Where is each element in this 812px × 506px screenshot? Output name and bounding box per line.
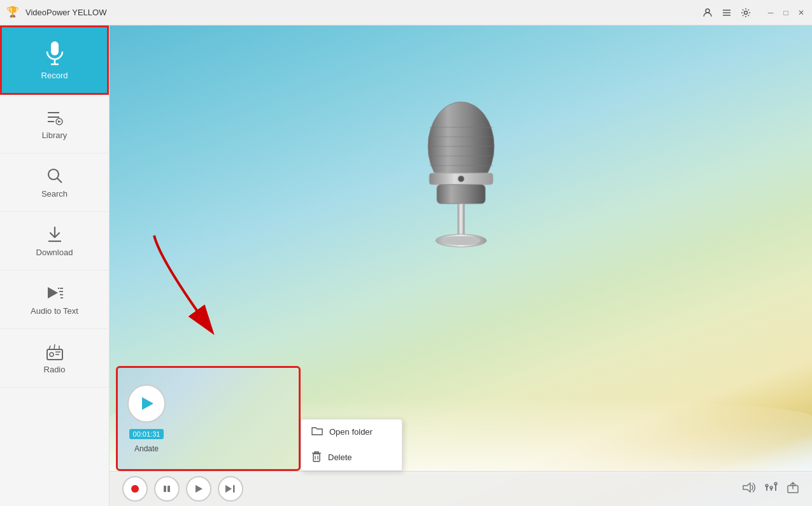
svg-point-32 bbox=[458, 176, 464, 182]
svg-point-36 bbox=[442, 236, 480, 245]
sidebar-item-download[interactable]: Download bbox=[0, 212, 109, 271]
svg-marker-45 bbox=[196, 485, 203, 493]
close-button[interactable]: ✕ bbox=[797, 8, 806, 17]
delete-label: Delete bbox=[328, 453, 352, 462]
sidebar-item-search[interactable]: Search bbox=[0, 153, 109, 212]
sidebar-download-label: Download bbox=[36, 248, 73, 257]
play-triangle-icon bbox=[142, 397, 153, 410]
bottom-controls bbox=[110, 471, 812, 506]
sidebar-item-record[interactable]: Record bbox=[0, 25, 109, 95]
titlebar-left: 🏆 VideoPower YELLOW bbox=[6, 6, 106, 20]
sidebar: Record Library Search Down bbox=[0, 25, 110, 506]
export-icon[interactable] bbox=[787, 482, 799, 496]
minimize-button[interactable]: ─ bbox=[766, 8, 775, 17]
svg-point-4 bbox=[744, 11, 748, 14]
record-button[interactable] bbox=[122, 476, 148, 502]
download-icon bbox=[45, 225, 64, 244]
microphone-illustration bbox=[397, 76, 525, 267]
titlebar: 🏆 VideoPower YELLOW ─ □ ✕ bbox=[0, 0, 812, 25]
sidebar-library-label: Library bbox=[42, 130, 68, 140]
radio-icon bbox=[45, 342, 64, 361]
sidebar-item-library[interactable]: Library bbox=[0, 95, 109, 153]
track-name: Andate bbox=[134, 444, 159, 453]
open-folder-menu-item[interactable]: Open folder bbox=[301, 419, 402, 444]
mic-svg bbox=[397, 76, 525, 267]
svg-rect-39 bbox=[313, 454, 320, 461]
svg-point-22 bbox=[50, 353, 53, 356]
microphone-icon bbox=[45, 40, 65, 67]
svg-marker-16 bbox=[48, 287, 58, 299]
app-body: Record Library Search Down bbox=[0, 25, 812, 506]
app-icon: 🏆 bbox=[6, 6, 20, 20]
sidebar-item-audio-to-text[interactable]: Audio to Text bbox=[0, 271, 109, 329]
play-button[interactable] bbox=[127, 384, 166, 423]
main-content: 00:01:31 Andate Open folder bbox=[110, 25, 812, 506]
open-folder-label: Open folder bbox=[329, 427, 373, 437]
sidebar-radio-label: Radio bbox=[44, 365, 66, 374]
right-controls bbox=[742, 482, 799, 496]
trash-icon bbox=[311, 451, 322, 464]
maximize-button[interactable]: □ bbox=[781, 8, 790, 17]
arrow-annotation bbox=[135, 223, 275, 350]
volume-icon[interactable] bbox=[742, 482, 756, 496]
search-icon bbox=[45, 166, 64, 185]
audio-to-text-icon bbox=[45, 283, 64, 302]
titlebar-right: ─ □ ✕ bbox=[702, 8, 806, 18]
svg-rect-47 bbox=[233, 485, 235, 493]
svg-rect-44 bbox=[167, 486, 170, 492]
skip-button[interactable] bbox=[218, 476, 243, 502]
delete-menu-item[interactable]: Delete bbox=[301, 444, 402, 470]
svg-rect-34 bbox=[458, 204, 464, 239]
svg-marker-46 bbox=[225, 485, 232, 493]
svg-marker-48 bbox=[743, 483, 750, 492]
svg-point-42 bbox=[131, 485, 139, 493]
sidebar-audio-to-text-label: Audio to Text bbox=[31, 306, 78, 316]
library-icon bbox=[45, 108, 64, 127]
svg-rect-43 bbox=[164, 486, 166, 492]
context-menu: Open folder Delete bbox=[301, 419, 402, 471]
app-title: VideoPower YELLOW bbox=[25, 8, 106, 17]
play-ctrl-button[interactable] bbox=[186, 476, 211, 502]
sidebar-record-label: Record bbox=[41, 71, 68, 80]
settings-icon[interactable] bbox=[741, 8, 751, 18]
recording-card: 00:01:31 Andate bbox=[116, 366, 301, 471]
recording-time: 00:01:31 bbox=[129, 429, 164, 439]
svg-line-14 bbox=[57, 178, 62, 183]
svg-point-13 bbox=[48, 169, 59, 179]
window-controls: ─ □ ✕ bbox=[766, 8, 806, 17]
user-icon[interactable] bbox=[702, 8, 713, 18]
sidebar-item-radio[interactable]: Radio bbox=[0, 329, 109, 388]
menu-icon[interactable] bbox=[722, 8, 732, 18]
svg-rect-33 bbox=[437, 185, 485, 204]
sidebar-search-label: Search bbox=[41, 189, 68, 199]
folder-icon bbox=[311, 426, 323, 438]
svg-point-0 bbox=[706, 9, 709, 13]
pause-button[interactable] bbox=[154, 476, 180, 502]
equalizer-icon[interactable] bbox=[765, 482, 778, 496]
svg-marker-12 bbox=[58, 120, 61, 123]
svg-rect-5 bbox=[51, 41, 59, 55]
